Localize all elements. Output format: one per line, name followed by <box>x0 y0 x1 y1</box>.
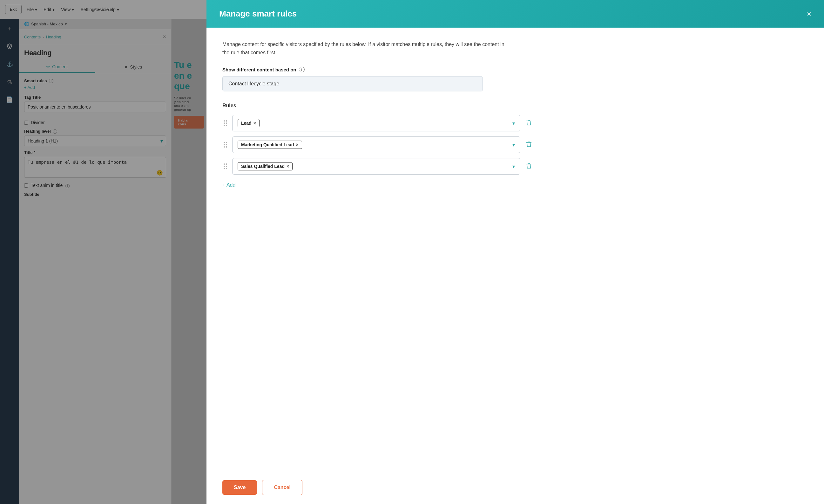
rule-tag-sql-remove[interactable]: × <box>287 164 289 168</box>
drag-dots-row <box>224 120 227 122</box>
rule-select-box-3[interactable]: Sales Qualified Lead × ▾ <box>232 158 520 174</box>
drag-dots-row <box>224 144 227 145</box>
drag-dot <box>224 144 225 145</box>
drag-dots-row <box>224 142 227 143</box>
drag-handle-2[interactable] <box>222 140 228 149</box>
modal-close-button[interactable]: × <box>807 10 811 18</box>
drag-dot <box>224 166 225 167</box>
rule-2-delete-button[interactable] <box>524 139 534 151</box>
show-based-on-value: Contact lifecycle stage <box>222 76 483 91</box>
rule-tag-sql: Sales Qualified Lead × <box>238 162 293 170</box>
drag-dot <box>224 146 225 148</box>
rule-select-box-1[interactable]: Lead × ▾ <box>232 115 520 131</box>
show-based-on-label: Show different content based on i <box>222 67 808 73</box>
modal-body: Manage content for specific visitors spe… <box>206 28 824 471</box>
modal-header: Manage smart rules × <box>206 0 824 28</box>
add-rule-link[interactable]: + Add <box>222 182 235 188</box>
drag-dot <box>226 123 227 124</box>
drag-handle-3[interactable] <box>222 161 228 171</box>
drag-dots-row <box>224 168 227 169</box>
drag-dots-row <box>224 123 227 124</box>
drag-dots-row <box>224 125 227 126</box>
rule-tag-lead-remove[interactable]: × <box>253 121 256 125</box>
drag-dot <box>226 142 227 143</box>
drag-handle-1[interactable] <box>222 118 228 128</box>
rule-tags-2: Marketing Qualified Lead × <box>238 141 302 149</box>
modal-description: Manage content for specific visitors spe… <box>222 40 508 56</box>
save-button[interactable]: Save <box>222 480 257 495</box>
table-row: Marketing Qualified Lead × ▾ <box>222 136 534 153</box>
drag-dot <box>226 146 227 148</box>
rule-3-delete-button[interactable] <box>524 161 534 172</box>
manage-smart-rules-modal: Manage smart rules × Manage content for … <box>206 0 824 504</box>
drag-dots-row <box>224 166 227 167</box>
rule-tag-mql-label: Marketing Qualified Lead <box>241 142 294 147</box>
modal-title: Manage smart rules <box>219 9 297 19</box>
drag-dot <box>226 166 227 167</box>
show-based-on-info-icon[interactable]: i <box>299 67 305 73</box>
rule-1-chevron-icon: ▾ <box>512 120 515 126</box>
drag-dot <box>224 163 225 165</box>
drag-dot <box>224 120 225 122</box>
drag-dots-row <box>224 163 227 165</box>
drag-dot <box>224 125 225 126</box>
drag-dot <box>224 168 225 169</box>
rule-tag-mql: Marketing Qualified Lead × <box>238 141 302 149</box>
rule-1-delete-button[interactable] <box>524 117 534 129</box>
rule-3-chevron-icon: ▾ <box>512 163 515 169</box>
rule-tags-1: Lead × <box>238 119 260 127</box>
drag-dot <box>224 123 225 124</box>
drag-dot <box>226 163 227 165</box>
drag-dot <box>226 125 227 126</box>
drag-dot <box>226 168 227 169</box>
rule-tag-lead-label: Lead <box>241 121 251 126</box>
cancel-button[interactable]: Cancel <box>262 480 302 495</box>
drag-dot <box>226 120 227 122</box>
rules-label: Rules <box>222 103 808 109</box>
rule-tag-lead: Lead × <box>238 119 260 127</box>
rule-tag-sql-label: Sales Qualified Lead <box>241 164 285 169</box>
rule-tags-3: Sales Qualified Lead × <box>238 162 293 170</box>
drag-dot <box>224 142 225 143</box>
drag-dot <box>226 144 227 145</box>
rule-2-chevron-icon: ▾ <box>512 142 515 148</box>
rule-tag-mql-remove[interactable]: × <box>296 142 298 147</box>
table-row: Sales Qualified Lead × ▾ <box>222 158 534 174</box>
rule-select-box-2[interactable]: Marketing Qualified Lead × ▾ <box>232 136 520 153</box>
modal-footer: Save Cancel <box>206 471 824 504</box>
table-row: Lead × ▾ <box>222 115 534 131</box>
drag-dots-row <box>224 146 227 148</box>
